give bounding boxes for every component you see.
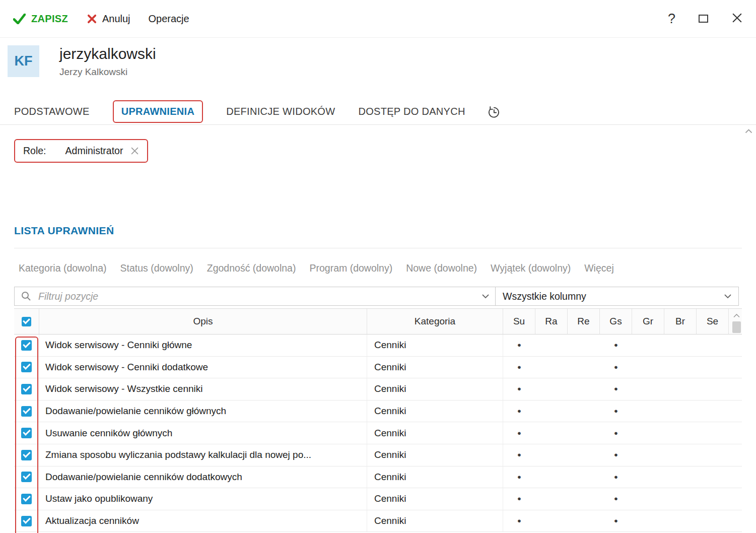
row-checkbox[interactable] [21, 472, 32, 482]
row-mark-re [568, 401, 600, 422]
filter-bar: Kategoria (dowolna)Status (dowolny)Zgodn… [19, 262, 614, 274]
row-mark-re [568, 488, 600, 510]
row-mark-se [697, 467, 729, 488]
close-button[interactable] [731, 12, 743, 25]
table-row[interactable]: Dodawanie/powielanie cenników dodatkowyc… [14, 467, 742, 489]
filter-zgodno-dowolna[interactable]: Zgodność (dowolna) [207, 262, 296, 274]
row-mark-se [697, 335, 729, 356]
columns-select[interactable]: Wszystkie kolumny [496, 287, 739, 306]
filter-wi-cej[interactable]: Więcej [584, 262, 614, 274]
row-scrollbar-spacer [729, 422, 742, 444]
column-header-re[interactable]: Re [568, 309, 600, 334]
row-checkbox[interactable] [21, 450, 32, 460]
row-checkbox[interactable] [21, 494, 32, 504]
column-header-br[interactable]: Br [664, 309, 697, 334]
row-mark-gr [632, 422, 664, 444]
column-header-kategoria[interactable]: Kategoria [367, 309, 503, 334]
avatar: KF [8, 45, 39, 77]
column-header-gr[interactable]: Gr [632, 309, 664, 334]
row-scrollbar-spacer [729, 510, 742, 532]
row-mark-gs: • [600, 401, 632, 422]
table-row[interactable]: Widok serwisowy - Cenniki główneCenniki•… [14, 335, 742, 357]
tab-definicje-widok-w[interactable]: DEFINICJE WIDOKÓW [226, 106, 335, 117]
filter-wyj-tek-dowolny[interactable]: Wyjątek (dowolny) [491, 262, 571, 274]
row-checkbox[interactable] [21, 340, 32, 351]
row-mark-ra [535, 510, 568, 532]
search-box[interactable] [14, 287, 496, 306]
filter-nowe-dowolne[interactable]: Nowe (dowolne) [406, 262, 477, 274]
row-mark-su: • [503, 357, 535, 378]
filter-kategoria-dowolna[interactable]: Kategoria (dowolna) [19, 262, 107, 274]
row-mark-re [568, 510, 600, 532]
table-header: OpisKategoriaSuRaReGsGrBrSe [14, 308, 742, 335]
search-row: Wszystkie kolumny [14, 287, 739, 306]
table-row[interactable]: Widok serwisowy - Cenniki dodatkoweCenni… [14, 357, 742, 379]
user-header-text: jerzykalkowski Jerzy Kalkowski [59, 45, 156, 78]
column-header-su[interactable]: Su [503, 309, 535, 334]
scrollbar-up-arrow[interactable] [733, 314, 740, 318]
save-button[interactable]: ZAPISZ [13, 13, 68, 25]
table-row[interactable]: Zmiana sposobu wyliczania podstawy kalku… [14, 444, 742, 467]
row-mark-br [664, 467, 697, 488]
tab-dost-p-do-danych[interactable]: DOSTĘP DO DANYCH [358, 106, 465, 117]
row-mark-ra [535, 422, 568, 444]
row-mark-gr [632, 510, 664, 532]
tab-podstawowe[interactable]: PODSTAWOWE [14, 106, 90, 117]
help-button[interactable]: ? [668, 11, 675, 27]
role-value: Administrator [65, 145, 123, 157]
table-row[interactable]: Ustaw jako opublikowanyCenniki•• [14, 488, 742, 510]
maximize-button[interactable] [699, 15, 708, 23]
operations-button[interactable]: Operacje [149, 13, 189, 25]
scroll-up-chevron[interactable] [745, 129, 752, 134]
check-icon [13, 14, 26, 24]
row-mark-gs: • [600, 510, 632, 532]
select-all-checkbox[interactable] [22, 317, 31, 326]
table-scrollbar[interactable] [731, 314, 741, 333]
row-opis: Zmiana sposobu wyliczania podstawy kalku… [39, 444, 367, 466]
row-kategoria: Cenniki [367, 444, 503, 466]
row-kategoria: Cenniki [367, 378, 503, 400]
cancel-button[interactable]: Anuluj [87, 13, 130, 25]
row-checkbox-cell [14, 335, 39, 356]
row-mark-se [697, 488, 729, 510]
row-mark-se [697, 378, 729, 400]
row-mark-gs: • [600, 467, 632, 488]
role-filter[interactable]: Role: Administrator [14, 139, 148, 163]
history-icon[interactable] [487, 105, 501, 118]
column-header-gs[interactable]: Gs [600, 309, 632, 334]
column-header-ra[interactable]: Ra [535, 309, 568, 334]
row-mark-br [664, 488, 697, 510]
column-header-opis[interactable]: Opis [39, 309, 367, 334]
row-checkbox[interactable] [21, 516, 32, 526]
row-checkbox[interactable] [21, 406, 32, 417]
row-kategoria: Cenniki [367, 422, 503, 444]
filter-program-dowolny[interactable]: Program (dowolny) [309, 262, 392, 274]
role-label: Role: [23, 145, 46, 157]
row-scrollbar-spacer [729, 378, 742, 400]
row-checkbox[interactable] [21, 428, 32, 438]
row-mark-ra [535, 401, 568, 422]
row-kategoria: Cenniki [367, 488, 503, 510]
row-opis: Dodawanie/powielanie cenników dodatkowyc… [39, 467, 367, 488]
table-row[interactable]: Usuwanie cenników głównychCenniki•• [14, 422, 742, 444]
row-kategoria: Cenniki [367, 401, 503, 422]
toolbar: ZAPISZ Anuluj Operacje ? [0, 0, 756, 38]
row-mark-br [664, 444, 697, 466]
cancel-button-label: Anuluj [102, 13, 130, 25]
search-input[interactable] [37, 290, 477, 303]
row-mark-br [664, 401, 697, 422]
table-row[interactable]: Widok serwisowy - Wszystkie cennikiCenni… [14, 378, 742, 401]
row-checkbox[interactable] [21, 362, 32, 372]
filter-status-dowolny[interactable]: Status (dowolny) [120, 262, 193, 274]
row-mark-se [697, 510, 729, 532]
row-mark-br [664, 335, 697, 356]
remove-role-icon[interactable] [130, 147, 139, 155]
scrollbar-thumb[interactable] [732, 321, 741, 333]
tab-uprawnienia[interactable]: UPRAWNIENIA [113, 100, 203, 123]
row-checkbox[interactable] [21, 384, 32, 394]
row-mark-ra [535, 335, 568, 356]
table-row[interactable]: Aktualizacja cennikówCenniki•• [14, 510, 742, 532]
row-mark-gr [632, 444, 664, 466]
column-header-se[interactable]: Se [697, 309, 729, 334]
table-row[interactable]: Dodawanie/powielanie cenników głównychCe… [14, 401, 742, 423]
